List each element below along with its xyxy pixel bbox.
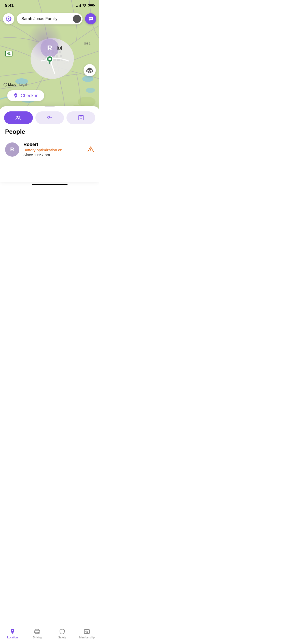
svg-point-36 bbox=[17, 116, 18, 118]
person-avatar: R bbox=[5, 142, 19, 157]
person-status: Battery optimization on bbox=[23, 148, 83, 152]
svg-point-34 bbox=[90, 18, 91, 19]
svg-point-25 bbox=[86, 88, 95, 93]
svg-rect-39 bbox=[79, 115, 83, 120]
bottom-sheet: People R Robert Battery optimization on … bbox=[0, 106, 99, 182]
status-icons bbox=[76, 4, 94, 8]
wifi-icon bbox=[82, 4, 86, 8]
family-toggle[interactable] bbox=[73, 15, 81, 23]
sheet-handle bbox=[45, 106, 55, 107]
person-name: Robert bbox=[23, 142, 83, 147]
chat-button[interactable] bbox=[85, 13, 96, 24]
legal-link[interactable]: Legal bbox=[19, 83, 27, 86]
signal-icon bbox=[76, 4, 81, 7]
person-info: Robert Battery optimization on Since 11:… bbox=[23, 142, 83, 157]
svg-point-37 bbox=[19, 116, 20, 118]
svg-point-24 bbox=[82, 76, 93, 82]
svg-rect-43 bbox=[82, 118, 82, 119]
person-avatar-letter: R bbox=[10, 146, 14, 153]
family-name: Sarah Jonas Family bbox=[21, 17, 57, 21]
segment-tabs bbox=[0, 111, 99, 128]
settings-button[interactable] bbox=[3, 13, 14, 24]
svg-rect-40 bbox=[80, 116, 80, 117]
svg-point-31 bbox=[48, 58, 51, 60]
person-list-item[interactable]: R Robert Battery optimization on Since 1… bbox=[0, 139, 99, 162]
svg-point-33 bbox=[89, 18, 90, 19]
route-badge: 41 bbox=[5, 51, 12, 56]
tab-people[interactable] bbox=[4, 111, 33, 124]
status-time: 9:41 bbox=[5, 3, 14, 8]
map-area[interactable]: SH-1 41 R lol Sarah Jonas Family bbox=[0, 0, 99, 109]
svg-point-45 bbox=[90, 151, 91, 151]
top-bar: Sarah Jonas Family bbox=[0, 11, 99, 26]
battery-icon bbox=[88, 4, 94, 7]
map-pin bbox=[46, 55, 53, 65]
svg-text:SH-1: SH-1 bbox=[84, 42, 90, 45]
map-credit: Maps Legal bbox=[4, 83, 27, 86]
section-title: People bbox=[0, 128, 99, 139]
person-time: Since 11:57 am bbox=[23, 153, 83, 157]
tab-building[interactable] bbox=[66, 111, 95, 124]
svg-point-35 bbox=[91, 18, 92, 19]
warning-icon bbox=[87, 146, 94, 153]
map-person-avatar: R bbox=[40, 39, 59, 57]
checkin-label: Check in bbox=[21, 93, 38, 98]
home-indicator bbox=[32, 184, 67, 185]
map-layers-button[interactable] bbox=[84, 64, 96, 76]
family-selector[interactable]: Sarah Jonas Family bbox=[17, 13, 83, 24]
tab-keys[interactable] bbox=[35, 111, 64, 124]
svg-rect-42 bbox=[80, 118, 80, 119]
map-place-label: lol bbox=[57, 45, 62, 51]
status-bar: 9:41 bbox=[0, 0, 99, 11]
svg-point-38 bbox=[48, 116, 50, 118]
checkin-button[interactable]: Check in bbox=[7, 90, 44, 101]
apple-maps-logo: Maps bbox=[4, 83, 16, 86]
svg-rect-41 bbox=[82, 116, 82, 117]
home-indicator-container bbox=[0, 184, 99, 187]
